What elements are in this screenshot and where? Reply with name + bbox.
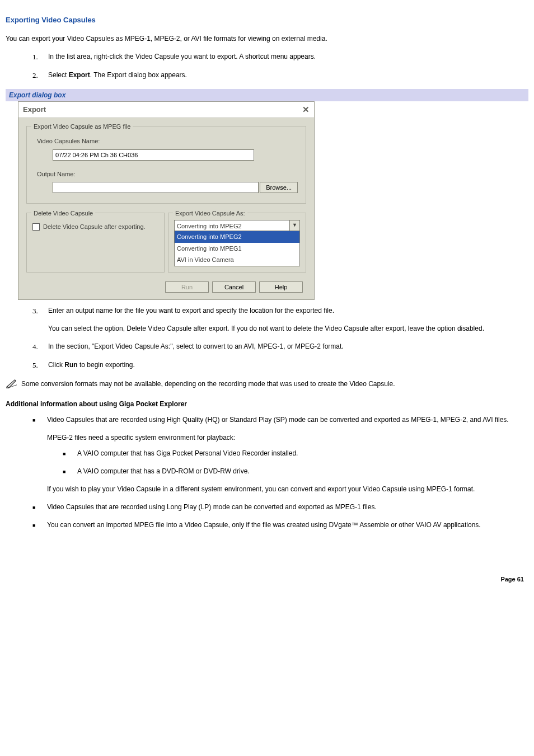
step-bold: Export [69,71,90,79]
export-format-options: Converting into MPEG2 Converting into MP… [174,231,300,266]
group-legend: Delete Video Capsule [31,209,95,218]
step-pre: Select [48,71,69,79]
output-name-field[interactable] [53,182,259,193]
bullet-icon: ■ [63,450,75,458]
sub-bullet-text: A VAIO computer that has a DVD-ROM or DV… [77,466,250,476]
dialog-titlebar: Export ✕ [18,102,314,119]
delete-capsule-group: Delete Video Capsule Delete Video Capsul… [26,213,165,273]
close-icon[interactable]: ✕ [302,104,310,116]
dialog-title: Export [23,104,46,115]
export-format-option[interactable]: Converting into MPEG1 [175,243,299,255]
list-item: Video Capsules that are recorded using L… [47,502,528,512]
step-bold: Run [64,361,77,369]
step-pre: Click [48,361,64,369]
step-text: Select Export. The Export dialog box app… [48,70,528,80]
browse-button[interactable]: Browse... [260,182,298,193]
delete-after-export-checkbox[interactable] [32,223,40,231]
run-button[interactable]: Run [165,281,209,293]
sub-bullet-list: ■A VAIO computer that has Giga Pocket Pe… [47,448,528,476]
group-legend: Export Video Capsule As: [173,209,247,218]
figure-caption: Export dialog box [6,89,528,101]
step-text: In the list area, right-click the Video … [48,51,528,62]
step-number: 1. [32,51,45,63]
chevron-down-icon[interactable]: ▼ [289,220,299,231]
dialog-screenshot: Export ✕ Export Video Capsule as MPEG fi… [18,101,528,300]
export-format-option[interactable]: AVI in Video Camera [175,254,299,266]
step-post: . The Export dialog box appears. [90,71,187,79]
delete-after-export-label: Delete Video Capsule after exporting. [43,222,146,232]
bullet-icon: ■ [32,504,45,512]
step-number: 3. [32,306,45,317]
step-text: Click Run to begin exporting. [48,360,528,370]
sub-bullet-text: A VAIO computer that has Giga Pocket Per… [77,448,298,458]
capsule-name-label: Video Capsules Name: [37,137,298,146]
bullet-icon: ■ [32,522,45,530]
intro-paragraph: You can export your Video Capsules as MP… [6,34,528,44]
help-button[interactable]: Help [259,281,303,293]
page-heading: Exporting Video Capsules [6,15,528,26]
export-format-selected: Converting into MPEG2 [175,220,289,231]
step-post: to begin exporting. [78,361,135,369]
export-format-option[interactable]: Converting into MPEG2 [175,231,299,243]
list-item: Video Capsules that are recorded using H… [47,415,528,494]
steps-list-2: 3. Enter an output name for the file you… [6,306,528,371]
step-main: Enter an output name for the file you wa… [48,307,334,314]
note-text: Some conversion formats may not be avail… [21,379,395,389]
step-number: 2. [32,70,45,81]
step-text: In the section, "Export Video Capsule As… [48,341,528,351]
group-legend: Export Video Capsule as MPEG file [31,122,133,132]
step-number: 5. [32,360,45,371]
note-block: Some conversion formats may not be avail… [6,379,528,389]
bullet-icon: ■ [63,468,75,476]
export-format-select[interactable]: Converting into MPEG2 ▼ [174,220,300,231]
steps-list-1: 1. In the list area, right-click the Vid… [6,51,528,81]
cancel-button[interactable]: Cancel [212,281,256,293]
export-as-group: Export Video Capsule As: Converting into… [168,213,306,273]
export-mpeg-group: Export Video Capsule as MPEG file Video … [26,126,306,204]
output-name-label: Output Name: [37,170,298,179]
bullet-subtext2: If you wish to play your Video Capsule i… [47,484,528,494]
additional-info-heading: Additional information about using Giga … [6,399,528,409]
page-number: Page 61 [6,575,528,584]
export-dialog: Export ✕ Export Video Capsule as MPEG fi… [18,101,315,300]
list-item: You can convert an imported MPEG file in… [47,520,528,530]
step-number: 4. [32,341,45,353]
step-subnote: You can select the option, Delete Video … [48,323,528,334]
note-icon [6,379,18,389]
step-text: Enter an output name for the file you wa… [48,306,528,334]
bullet-icon: ■ [32,417,45,425]
bullet-subtext: MPEG-2 files need a specific system envi… [47,433,528,443]
capsule-name-field[interactable] [53,149,254,161]
bullet-list: ■ Video Capsules that are recorded using… [6,415,528,530]
bullet-text: Video Capsules that are recorded using H… [47,416,509,424]
